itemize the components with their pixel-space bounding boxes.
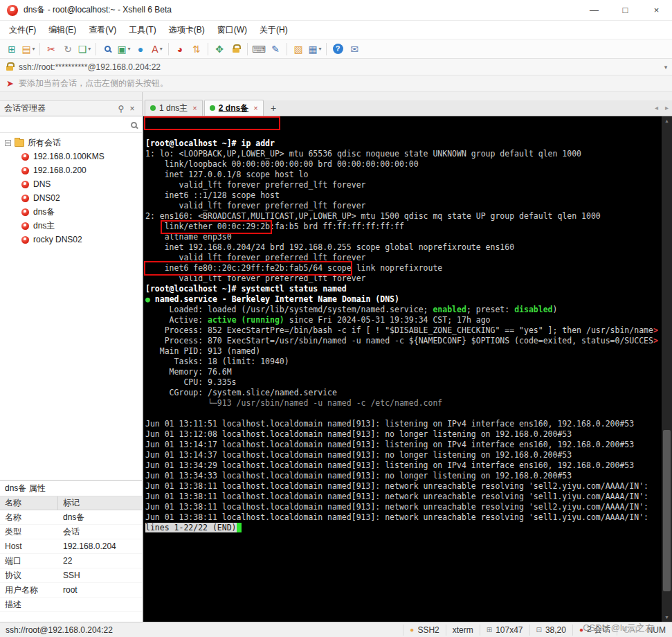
xshell-logo-icon[interactable]: ◕ xyxy=(172,42,188,57)
terminal-scrollbar[interactable]: ▲ ▼ xyxy=(662,116,672,622)
new-tab-button[interactable]: + xyxy=(266,101,281,115)
toolbar-separator xyxy=(326,43,327,55)
terminal-line: Process: 852 ExecStartPre=/bin/bash -c i… xyxy=(145,325,662,336)
status-protocol: ●SSH2 xyxy=(403,625,445,636)
find-icon[interactable] xyxy=(100,42,115,57)
terminal-line: Jun 01 13:38:11 localhost.localdomain na… xyxy=(145,492,662,502)
terminal-line: Active: active (running) since Fri 2024-… xyxy=(145,315,662,325)
terminal-line: 1: lo: <LOOPBACK,UP,LOWER_UP> mtu 65536 … xyxy=(145,149,662,159)
tab-scroll-arrows: ◂ ▸ xyxy=(655,104,669,111)
terminal-line: lines 1-22/22 (END) xyxy=(145,523,662,533)
window-controls: — □ × xyxy=(579,0,672,20)
session-icon xyxy=(21,181,29,188)
property-row: 描述 xyxy=(0,598,142,612)
lock-icon[interactable] xyxy=(228,42,244,57)
terminal-line: Tasks: 18 (limit: 10940) xyxy=(145,357,662,367)
terminal-line: Jun 01 13:11:51 localhost.localdomain na… xyxy=(145,419,662,429)
window-title: dns备 - root@localhost:~ - Xshell 6 Beta xyxy=(24,4,172,16)
terminal-line xyxy=(145,409,662,419)
menu-item[interactable]: 查看(V) xyxy=(82,21,122,39)
session-item[interactable]: dns主 xyxy=(0,219,142,233)
disconnect-icon[interactable]: ✂ xyxy=(44,42,59,57)
session-item[interactable]: rocky DNS02 xyxy=(0,233,142,246)
terminal-line: Jun 01 13:14:37 localhost.localdomain na… xyxy=(145,450,662,460)
status-protocol-icon: ● xyxy=(410,626,414,634)
panel-close-icon[interactable]: × xyxy=(127,104,138,114)
toolbar-separator xyxy=(287,43,287,55)
lock-icon xyxy=(6,66,13,71)
tab-bar: 1 dns主×2 dns备× + ◂ ▸ xyxy=(143,100,672,116)
session-tab[interactable]: 1 dns主× xyxy=(145,100,203,116)
session-search-input[interactable] xyxy=(5,120,131,129)
terminal-line: Memory: 76.6M xyxy=(145,367,662,377)
minimize-button[interactable]: — xyxy=(579,0,610,20)
menu-item[interactable]: 窗口(W) xyxy=(211,21,253,39)
duplicate-session-icon[interactable]: ❏▾ xyxy=(77,42,92,57)
property-row: 协议SSH xyxy=(0,568,142,583)
xftp-transfer-icon[interactable]: ⇅ xyxy=(189,42,204,57)
terminal-line: Loaded: loaded (/usr/lib/systemd/system/… xyxy=(145,305,662,315)
help-icon[interactable]: ? xyxy=(330,42,345,57)
status-terminal-type: xterm xyxy=(446,625,480,636)
session-icon xyxy=(21,195,29,202)
tab-next-icon[interactable]: ▸ xyxy=(665,104,669,111)
tree-root-all-sessions[interactable]: 所有会话 xyxy=(0,136,142,150)
url-globe-icon[interactable]: ● xyxy=(133,42,148,57)
watermark: CSDN @lu云之左 xyxy=(583,622,654,634)
terminal-line: Jun 01 13:12:08 localhost.localdomain na… xyxy=(145,429,662,440)
reconnect-icon[interactable]: ↻ xyxy=(60,42,75,57)
terminal-line: inet 192.168.0.204/24 brd 192.168.0.255 … xyxy=(145,242,662,253)
terminal-line: valid_lft forever preferred_lft forever xyxy=(145,273,662,284)
address-dropdown-icon[interactable]: ▾ xyxy=(660,59,672,75)
tab-prev-icon[interactable]: ◂ xyxy=(655,104,658,111)
menu-item[interactable]: 编辑(E) xyxy=(42,21,82,39)
annotation-box-ip-addr xyxy=(144,116,280,130)
font-icon[interactable]: A▾ xyxy=(149,42,165,57)
terminal-line: └─913 /usr/sbin/named -u named -c /etc/n… xyxy=(145,398,662,409)
session-item[interactable]: 192.168.0.100KMS xyxy=(0,150,142,163)
open-sessions-icon[interactable]: ▤▾ xyxy=(21,42,36,57)
terminal-line: [root@localhost ~]# ip addr xyxy=(145,138,662,149)
left-panel: 会话管理器 ⚲ × 所有会话192.168.0.100KMS192.168.0.… xyxy=(0,92,143,622)
address-bar[interactable]: ssh://root:**********@192.168.0.204:22 ▾ xyxy=(0,59,672,75)
session-tab[interactable]: 2 dns备× xyxy=(204,100,264,116)
status-cursor-position: ⊡38,20 xyxy=(529,625,572,636)
menu-item[interactable]: 文件(F) xyxy=(3,21,42,39)
menu-item[interactable]: 关于(H) xyxy=(253,21,294,39)
toolbar-separator xyxy=(39,43,40,55)
tab-close-icon[interactable]: × xyxy=(192,105,197,112)
terminal-output: [root@localhost ~]# ip addr1: lo: <LOOPB… xyxy=(145,138,662,533)
maximize-button[interactable]: □ xyxy=(610,0,641,20)
session-item[interactable]: dns备 xyxy=(0,205,142,219)
session-item[interactable]: 192.168.0.200 xyxy=(0,163,142,177)
tab-close-icon[interactable]: × xyxy=(253,105,257,112)
session-icon xyxy=(21,153,29,161)
terminal-line: CGroup: /system.slice/named.service xyxy=(145,388,662,398)
terminal-screen[interactable]: [root@localhost ~]# ip addr1: lo: <LOOPB… xyxy=(143,116,662,622)
scroll-up-icon[interactable]: ▲ xyxy=(664,118,669,123)
menu-item[interactable]: 选项卡(B) xyxy=(163,21,211,39)
menu-item[interactable]: 工具(T) xyxy=(122,21,162,39)
scrollbar-thumb[interactable] xyxy=(663,430,671,592)
new-session-icon[interactable]: ⊞ xyxy=(4,42,19,57)
compose-icon[interactable]: ✎ xyxy=(268,42,283,57)
search-icon xyxy=(131,122,137,128)
terminal-line: ● named.service - Berkeley Internet Name… xyxy=(145,294,662,305)
pin-icon[interactable]: ⚲ xyxy=(116,104,127,114)
layout-icon[interactable]: ▦▾ xyxy=(307,42,323,57)
properties-panel: dns备 属性 名称标记 名称dns备类型会话Host192.168.0.204… xyxy=(0,480,142,622)
new-terminal-icon[interactable]: ▣▾ xyxy=(116,42,131,57)
title-bar: dns备 - root@localhost:~ - Xshell 6 Beta … xyxy=(0,0,672,21)
new-folder-icon[interactable]: ▧ xyxy=(291,42,306,57)
keyboard-icon[interactable]: ⌨ xyxy=(251,42,266,57)
terminal-line: altname enp3s0 xyxy=(145,232,662,242)
feedback-icon[interactable]: ✉ xyxy=(347,42,362,57)
properties-header-cell: 标记 xyxy=(58,496,142,510)
close-button[interactable]: × xyxy=(641,0,672,20)
address-url: ssh://root:**********@192.168.0.204:22 xyxy=(19,62,161,72)
scroll-down-icon[interactable]: ▼ xyxy=(664,615,669,620)
session-item[interactable]: DNS xyxy=(0,177,142,191)
fullscreen-icon[interactable]: ✥ xyxy=(212,42,227,57)
property-row: 名称dns备 xyxy=(0,510,142,525)
session-item[interactable]: DNS02 xyxy=(0,191,142,205)
